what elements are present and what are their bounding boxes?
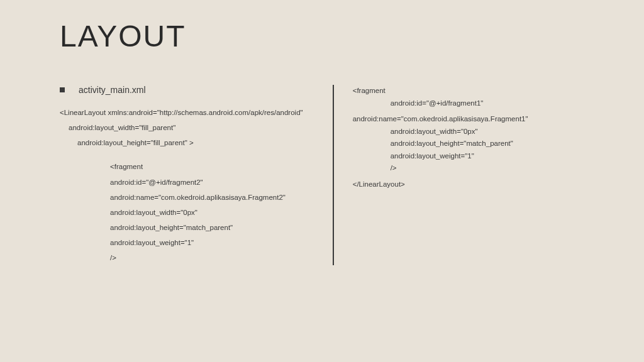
code-line: android:layout_height="match_parent" [60, 220, 314, 235]
code-line: android:layout_width="fill_parent" [60, 120, 314, 135]
code-line: <fragment [60, 159, 314, 174]
code-line: android:name="com.okedroid.aplikasisaya.… [353, 113, 584, 126]
spacer [60, 150, 314, 159]
code-line: <fragment [353, 85, 584, 97]
bullet-text: activity_main.xml [79, 85, 146, 95]
bullet-item: activity_main.xml [60, 85, 314, 95]
code-line: android:layout_weight="1" [60, 235, 314, 250]
content-columns: activity_main.xml <LinearLayout xmlns:an… [60, 85, 584, 265]
code-line: android:layout_weight="1" [353, 150, 584, 163]
code-line: android:id="@+id/fragment1" [353, 97, 584, 110]
left-column: activity_main.xml <LinearLayout xmlns:an… [60, 85, 333, 265]
code-line: android:layout_height="fill_parent" > [60, 135, 314, 150]
code-line: /> [353, 162, 584, 175]
code-line: /> [60, 250, 314, 265]
code-line: android:layout_width="0px" [60, 205, 314, 220]
slide-container: LAYOUT activity_main.xml <LinearLayout x… [0, 0, 644, 362]
code-line: android:name="com.okedroid.aplikasisaya.… [60, 190, 314, 205]
slide-title: LAYOUT [60, 19, 584, 53]
code-line: android:layout_width="0px" [353, 126, 584, 138]
square-bullet-icon [60, 87, 65, 92]
code-line: <LinearLayout xmlns:android="http://sche… [60, 105, 314, 120]
code-line: android:id="@+id/fragment2" [60, 175, 314, 190]
code-line: </LinearLayout> [353, 178, 584, 191]
code-line: android:layout_height="match_parent" [353, 138, 584, 150]
right-column: <fragment android:id="@+id/fragment1" an… [333, 85, 584, 265]
